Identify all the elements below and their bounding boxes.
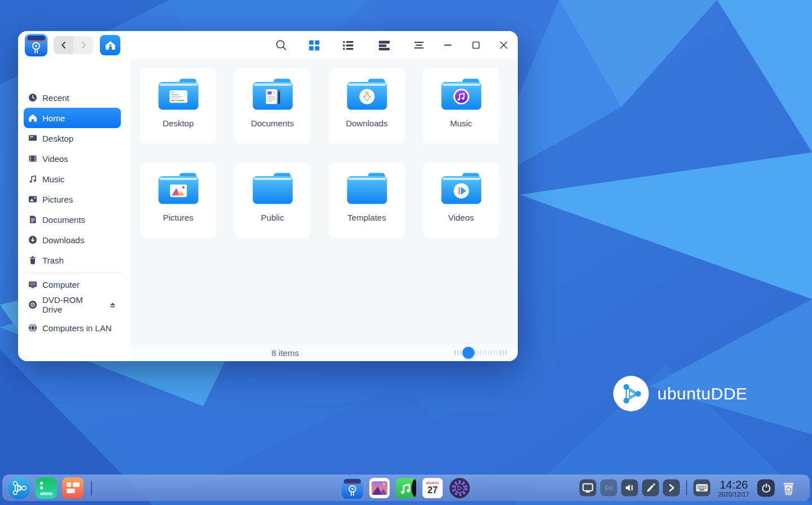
sidebar-item-label: Videos <box>42 154 68 164</box>
svg-text:27: 27 <box>427 485 438 495</box>
calendar-icon[interactable]: MARCH27 <box>422 478 443 498</box>
clock-time: 14:26 <box>719 478 748 490</box>
folder-view: DesktopDocumentsDownloadsMusicPicturesPu… <box>131 59 518 344</box>
folder-icon <box>250 163 296 209</box>
network-icon <box>28 323 37 332</box>
music-app-icon[interactable] <box>396 478 416 498</box>
sidebar-item-downloads[interactable]: Downloads <box>24 230 121 250</box>
sidebar-item-pictures[interactable]: Pictures <box>24 189 121 209</box>
sidebar-item-documents[interactable]: Documents <box>24 209 121 230</box>
slider-handle[interactable] <box>462 347 474 359</box>
display-icon[interactable] <box>579 480 596 497</box>
brand-watermark: ubuntuDDE <box>613 376 748 411</box>
volume-icon[interactable] <box>621 480 638 497</box>
sidebar-item-computers-in-lan[interactable]: Computers in LAN <box>24 318 121 338</box>
svg-text:MARCH: MARCH <box>426 481 439 485</box>
folder-music[interactable]: Music <box>423 68 499 144</box>
folder-desktop[interactable]: Desktop <box>140 68 216 144</box>
folder-videos[interactable]: Videos <box>423 163 499 238</box>
sidebar-item-dvd-rom-drive[interactable]: DVD-ROM Drive <box>24 295 121 315</box>
list-view-button[interactable] <box>338 36 357 55</box>
dock-separator <box>686 481 687 495</box>
folder-grid: DesktopDocumentsDownloadsMusicPicturesPu… <box>131 59 518 247</box>
zoom-slider[interactable] <box>455 346 507 359</box>
home-button[interactable] <box>100 35 120 55</box>
dashboard-icon[interactable] <box>62 477 84 499</box>
forward-button[interactable] <box>73 36 93 54</box>
sidebar-item-recent[interactable]: Recent <box>24 87 121 108</box>
sidebar: RecentHomeDesktopVideosMusicPicturesDocu… <box>18 59 131 361</box>
folder-pictures[interactable]: Pictures <box>140 163 216 238</box>
desktop-icon <box>28 134 37 143</box>
maximize-button[interactable] <box>466 36 486 55</box>
sidebar-item-label: Music <box>42 174 64 184</box>
sidebar-item-label: Documents <box>42 215 85 225</box>
folder-templates[interactable]: Templates <box>329 163 405 238</box>
sidebar-item-label: Downloads <box>42 235 84 245</box>
items-count: 8 items <box>272 348 299 358</box>
folder-public[interactable]: Public <box>234 163 311 238</box>
detail-view-button[interactable] <box>374 36 394 55</box>
folder-name: Templates <box>347 213 386 222</box>
folder-icon <box>155 163 202 209</box>
sidebar-item-label: Desktop <box>42 134 73 143</box>
sidebar-item-home[interactable]: Home <box>24 108 121 128</box>
menu-button[interactable] <box>409 36 429 55</box>
folder-documents[interactable]: Documents <box>234 68 311 144</box>
sidebar-item-videos[interactable]: Videos <box>24 148 121 169</box>
dock-separator <box>91 481 92 495</box>
folder-icon <box>344 163 390 209</box>
sidebar-item-computer[interactable]: Computer <box>24 274 121 295</box>
folder-icon <box>155 68 202 115</box>
file-manager-app-icon <box>25 34 47 56</box>
sidebar-separator <box>25 272 121 273</box>
folder-icon <box>250 68 296 115</box>
power-button[interactable] <box>757 479 775 497</box>
minimize-button[interactable] <box>438 36 457 55</box>
trash-icon[interactable] <box>781 479 796 497</box>
dock: MARCH27 EN14:262020/12/17 <box>2 475 810 501</box>
onscreen-keyboard-icon[interactable] <box>693 480 710 497</box>
folder-name: Desktop <box>163 118 194 128</box>
folder-name: Pictures <box>163 213 193 222</box>
dock-center-group: MARCH27 <box>342 477 470 499</box>
file-manager-icon[interactable] <box>342 477 363 499</box>
disc-icon <box>28 300 37 309</box>
content-column: DesktopDocumentsDownloadsMusicPicturesPu… <box>131 59 518 361</box>
photos-icon[interactable] <box>369 478 390 498</box>
titlebar-left <box>25 31 120 59</box>
sidebar-item-label: Pictures <box>42 195 73 204</box>
sidebar-item-label: Computers in LAN <box>42 323 112 333</box>
sidebar-item-music[interactable]: Music <box>24 169 121 189</box>
videos-icon <box>28 154 37 163</box>
documents-icon <box>28 215 37 224</box>
window-body: RecentHomeDesktopVideosMusicPicturesDocu… <box>18 59 518 361</box>
sidebar-item-label: Recent <box>42 93 69 103</box>
eject-icon[interactable] <box>109 301 116 309</box>
keyboard-layout-icon[interactable]: EN <box>600 480 617 497</box>
sidebar-item-label: Computer <box>42 280 80 289</box>
clock[interactable]: 14:262020/12/17 <box>718 478 749 497</box>
launcher-icon[interactable] <box>8 477 30 499</box>
grid-view-button[interactable] <box>304 36 324 55</box>
keyboard-layout-label: EN <box>605 485 613 491</box>
home-icon <box>28 113 37 122</box>
folder-name: Music <box>450 118 472 128</box>
search-button[interactable] <box>272 36 291 55</box>
status-bar: 8 items <box>131 344 518 361</box>
downloads-icon <box>28 235 37 244</box>
folder-icon <box>438 163 484 209</box>
draw-icon[interactable] <box>642 480 659 497</box>
expand-icon[interactable] <box>663 480 680 497</box>
folder-downloads[interactable]: Downloads <box>329 68 405 144</box>
control-center-icon[interactable] <box>449 477 470 499</box>
sidebar-item-trash[interactable]: Trash <box>24 250 121 270</box>
desktop: ubuntuDDE <box>0 0 812 505</box>
multitasking-icon[interactable] <box>36 477 57 499</box>
dock-tray: EN14:262020/12/17 <box>579 478 796 497</box>
close-button[interactable] <box>494 36 513 55</box>
back-button[interactable] <box>54 36 73 54</box>
sidebar-item-desktop[interactable]: Desktop <box>24 128 121 148</box>
folder-name: Documents <box>251 118 294 128</box>
file-manager-window: RecentHomeDesktopVideosMusicPicturesDocu… <box>18 31 518 361</box>
